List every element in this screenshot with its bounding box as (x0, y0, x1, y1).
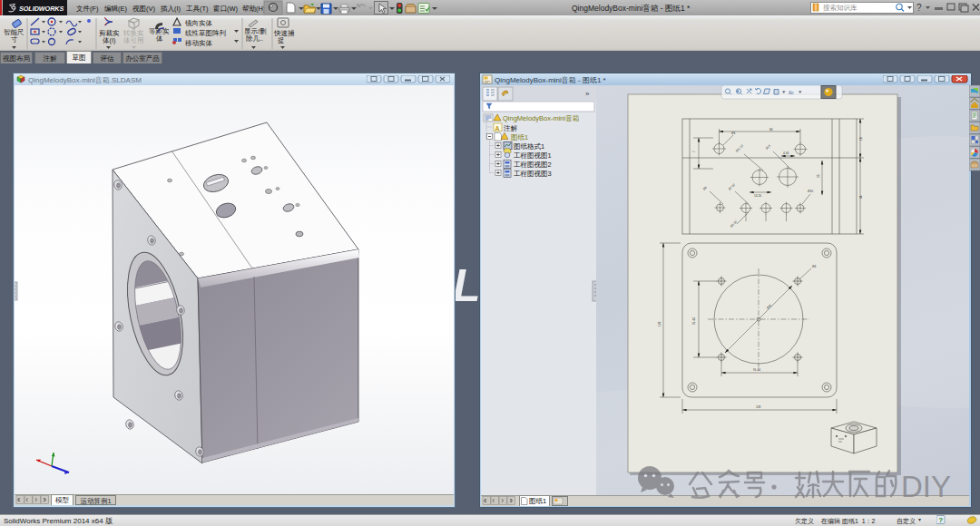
svg-text:体: 体 (156, 34, 163, 43)
svg-text:注解: 注解 (504, 124, 518, 132)
svg-text:Ø4: Ø4 (731, 132, 735, 135)
svg-text:84: 84 (769, 128, 773, 132)
svg-text:A: A (495, 125, 500, 132)
svg-text:镜向实体: 镜向实体 (184, 19, 213, 27)
svg-text:18: 18 (859, 137, 863, 141)
svg-text:128: 128 (756, 405, 761, 409)
svg-text:线性草图阵列: 线性草图阵列 (185, 29, 227, 37)
svg-text:91.43: 91.43 (692, 317, 696, 325)
svg-text:捉: 捉 (278, 36, 285, 44)
svg-text:128: 128 (658, 321, 662, 326)
svg-text:6c: 6c (789, 90, 794, 95)
svg-text:除几..: 除几.. (246, 34, 263, 43)
svg-text:SOLIDWORKS: SOLIDWORKS (19, 5, 64, 13)
svg-text:91.44: 91.44 (753, 368, 760, 372)
svg-text:Ø4: Ø4 (812, 265, 816, 268)
svg-text:7: 7 (692, 151, 696, 152)
svg-text:Ø10: Ø10 (808, 190, 813, 193)
svg-text:图纸格式1: 图纸格式1 (514, 142, 544, 151)
svg-text:25: 25 (817, 174, 820, 178)
svg-text:?: ? (938, 516, 943, 524)
svg-text:?: ? (916, 3, 922, 13)
svg-text:移动实体: 移动实体 (185, 39, 213, 47)
svg-text:44: 44 (859, 195, 863, 199)
svg-text:体(I): 体(I) (103, 36, 116, 44)
svg-text:工程图视图2: 工程图视图2 (514, 161, 552, 169)
svg-text:»: » (585, 90, 590, 98)
svg-text:QingMelodyBox-mini音箱: QingMelodyBox-mini音箱 (503, 114, 580, 122)
svg-text:体引用: 体引用 (123, 36, 144, 44)
svg-text:图纸1: 图纸1 (511, 133, 528, 141)
svg-text:寸: 寸 (11, 35, 18, 44)
svg-text:14.20: 14.20 (754, 194, 761, 198)
svg-text:工程图视图1: 工程图视图1 (514, 151, 552, 160)
svg-text:DIY: DIY (901, 470, 951, 503)
svg-text:工程图视图3: 工程图视图3 (514, 170, 552, 178)
svg-text:4.44: 4.44 (783, 151, 789, 155)
